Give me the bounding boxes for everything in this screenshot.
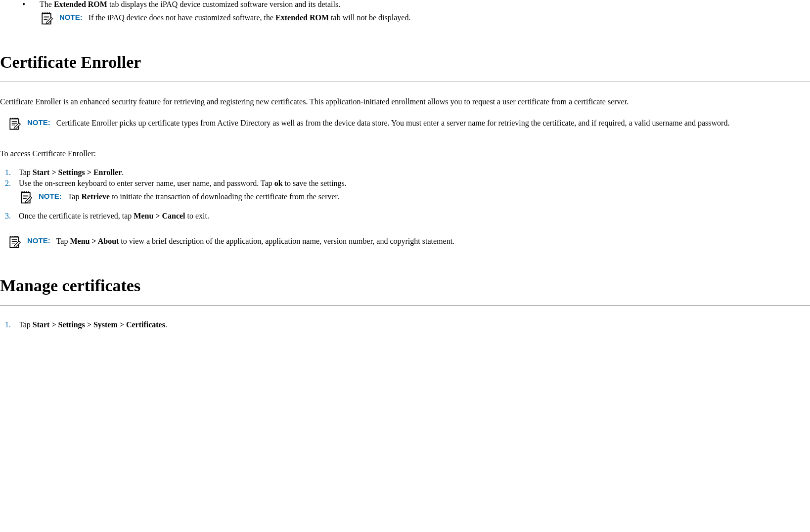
heading-manage-certificates: Manage certificates [0,276,810,295]
bullet-text-pre: The [40,0,54,8]
step-2: 2. Use the on-screen keyboard to enter s… [5,179,810,188]
note-extended-rom: NOTE: If the iPAQ device does not have c… [40,12,810,26]
step-number: 1. [5,320,19,329]
note-icon [19,191,33,205]
step-text: Tap Start > Settings > Enroller. [19,168,810,177]
step-1: 1. Tap Start > Settings > Enroller. [5,168,810,177]
step-number: 2. [5,179,19,188]
cert-intro-paragraph: Certificate Enroller is an enhanced secu… [0,97,810,107]
note-text: Certificate Enroller picks up certificat… [56,117,730,129]
divider [0,305,810,306]
heading-certificate-enroller: Certificate Enroller [0,53,810,72]
note-label: NOTE: [59,12,83,21]
note-label: NOTE: [27,117,50,127]
bullet-text-bold: Extended ROM [54,0,107,8]
note-retrieve: NOTE: Tap Retrieve to initiate the trans… [19,191,810,205]
note-label: NOTE: [27,235,50,245]
note-cert-types: NOTE: Certificate Enroller picks up cert… [7,117,810,131]
manage-step-1: 1. Tap Start > Settings > System > Certi… [5,320,810,329]
step-number: 3. [5,212,19,221]
note-icon [7,235,21,249]
note-icon [7,117,21,131]
step-3: 3. Once the certificate is retrieved, ta… [5,212,810,221]
step-number: 1. [5,168,19,177]
note-menu-about: NOTE: Tap Menu > About to view a brief d… [7,235,810,249]
step-text: Once the certificate is retrieved, tap M… [19,212,810,221]
bullet-extended-rom: The Extended ROM tab displays the iPAQ d… [22,0,810,26]
note-text: If the iPAQ device does not have customi… [89,12,411,23]
bullet-text-post: tab displays the iPAQ device customized … [107,0,340,8]
note-icon [40,12,53,26]
note-label: NOTE: [39,191,62,200]
note-text: Tap Retrieve to initiate the transaction… [68,191,339,202]
access-intro: To access Certificate Enroller: [0,149,810,159]
divider [0,82,810,82]
note-text: Tap Menu > About to view a brief descrip… [56,235,454,247]
step-text: Tap Start > Settings > System > Certific… [19,320,810,329]
step-text: Use the on-screen keyboard to enter serv… [19,179,810,188]
